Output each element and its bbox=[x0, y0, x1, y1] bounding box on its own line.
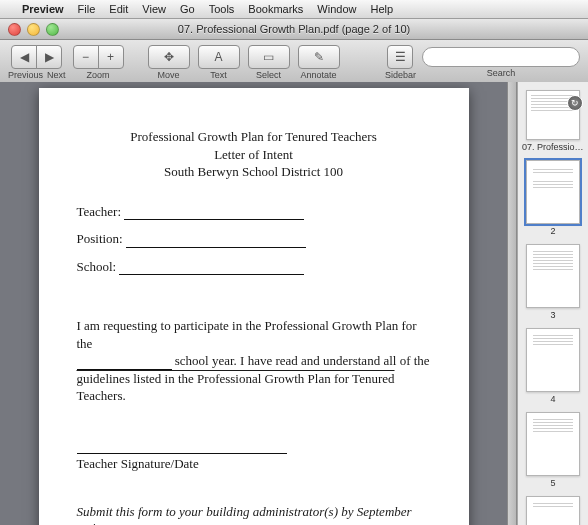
text-tool[interactable]: A bbox=[198, 45, 240, 69]
sidebar-divider[interactable] bbox=[507, 82, 517, 85]
text-icon: A bbox=[215, 50, 223, 64]
sidebar-label: Sidebar bbox=[385, 70, 416, 80]
previous-button[interactable]: ◀ bbox=[11, 45, 37, 69]
thumbnail-sidebar[interactable]: ↻ 07. Professional… 2 3 4 5 6 bbox=[517, 82, 588, 85]
search-input[interactable] bbox=[422, 47, 580, 67]
select-tool[interactable]: ▭ bbox=[248, 45, 290, 69]
sidebar-icon: ☰ bbox=[395, 50, 406, 64]
window-title: 07. Professional Growth Plan.pdf (page 2… bbox=[0, 23, 588, 35]
next-button[interactable]: ▶ bbox=[36, 45, 62, 69]
next-icon: ▶ bbox=[45, 50, 54, 64]
menu-tools[interactable]: Tools bbox=[209, 3, 235, 15]
menu-help[interactable]: Help bbox=[370, 3, 393, 15]
menu-view[interactable]: View bbox=[142, 3, 166, 15]
zoom-out-button[interactable]: − bbox=[73, 45, 99, 69]
menu-file[interactable]: File bbox=[78, 3, 96, 15]
move-label: Move bbox=[158, 70, 180, 80]
next-label: Next bbox=[47, 70, 66, 80]
text-label: Text bbox=[210, 70, 227, 80]
previous-icon: ◀ bbox=[20, 50, 29, 64]
annotate-icon: ✎ bbox=[314, 50, 324, 64]
annotate-label: Annotate bbox=[301, 70, 337, 80]
menu-edit[interactable]: Edit bbox=[109, 3, 128, 15]
sidebar-toggle[interactable]: ☰ bbox=[387, 45, 413, 69]
move-icon: ✥ bbox=[164, 50, 174, 64]
zoom-in-button[interactable]: + bbox=[98, 45, 124, 69]
menu-window[interactable]: Window bbox=[317, 3, 356, 15]
select-icon: ▭ bbox=[263, 50, 274, 64]
window-titlebar: 07. Professional Growth Plan.pdf (page 2… bbox=[0, 19, 588, 40]
menubar: Preview File Edit View Go Tools Bookmark… bbox=[0, 0, 588, 19]
annotate-tool[interactable]: ✎ bbox=[298, 45, 340, 69]
minus-icon: − bbox=[82, 50, 89, 64]
menu-bookmarks[interactable]: Bookmarks bbox=[248, 3, 303, 15]
move-tool[interactable]: ✥ bbox=[148, 45, 190, 69]
page-area[interactable]: Professional Growth Plan for Tenured Tea… bbox=[0, 82, 507, 85]
zoom-label: Zoom bbox=[87, 70, 110, 80]
app-menu[interactable]: Preview bbox=[22, 3, 64, 15]
viewport: Professional Growth Plan for Tenured Tea… bbox=[0, 82, 588, 85]
previous-label: Previous bbox=[8, 70, 43, 80]
toolbar: ◀ ▶ Previous Next − + Zoom ✥ Move A Text… bbox=[0, 40, 588, 85]
search-label: Search bbox=[487, 68, 516, 78]
menu-go[interactable]: Go bbox=[180, 3, 195, 15]
plus-icon: + bbox=[107, 50, 114, 64]
select-label: Select bbox=[256, 70, 281, 80]
